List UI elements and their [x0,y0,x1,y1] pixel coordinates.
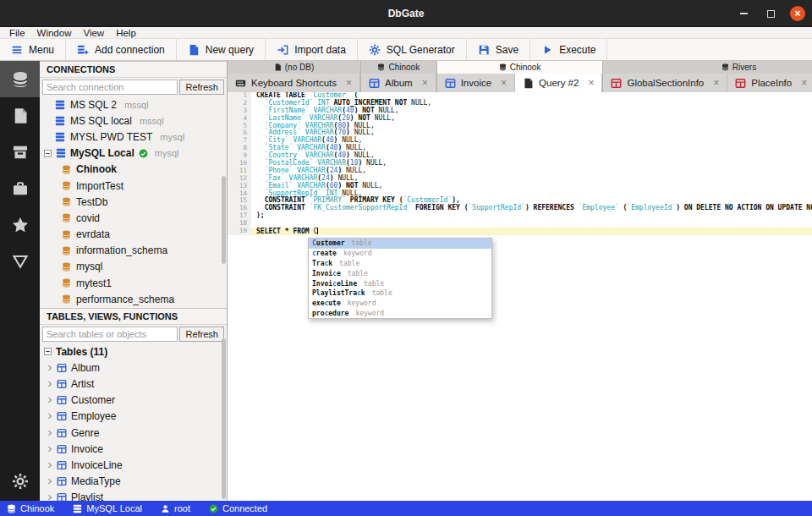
connections-scrollbar[interactable] [222,176,226,264]
gear-icon [12,473,29,490]
table-item[interactable]: Genre [40,425,227,441]
table-item[interactable]: Playlist [40,490,227,501]
autocomplete-item-type: table [364,280,384,288]
funnel-icon [12,253,29,270]
autocomplete-item[interactable]: createkeyword [309,249,491,259]
sidebar-icon-settings[interactable] [0,463,40,499]
tab-close-icon[interactable]: × [501,78,507,88]
tab-close-icon[interactable]: × [588,78,594,88]
table-item[interactable]: Invoice [40,441,227,457]
connection-item[interactable]: MySQL Localmysql [40,145,227,162]
database-item[interactable]: evrdata [40,227,227,243]
tab-group-header[interactable]: Rivers [603,61,812,74]
table-item[interactable]: MediaType [40,474,227,490]
database-name: ImportTest [76,180,123,192]
database-item[interactable]: mysql [40,259,227,275]
sidebar-icon-connections[interactable] [0,61,40,97]
tab-group-header[interactable]: Chinook [361,61,436,74]
statusbar-label: Chinook [20,503,54,513]
sidebar-icon-files[interactable] [0,97,40,134]
tab-invoice[interactable]: Invoice× [437,74,515,92]
sidebar-icon-query-history[interactable] [0,243,40,279]
autocomplete-item[interactable]: Tracktable [309,259,491,269]
database-item[interactable]: ImportTest [40,178,227,194]
close-button[interactable]: × [790,6,805,21]
sidebar-icon-plugins[interactable] [0,170,40,206]
tab-close-icon[interactable]: × [422,78,428,88]
table-item[interactable]: Album [40,360,227,376]
tab-album[interactable]: Album× [361,74,436,92]
objects-refresh-button[interactable]: Refresh [179,327,224,342]
tab-query-2[interactable]: Query #2× [515,74,602,92]
connection-search-input[interactable] [42,80,178,95]
autocomplete-item[interactable]: Customertable [309,239,491,249]
maximize-button[interactable] [763,6,778,21]
statusbar-server-item[interactable]: MySQL Local [73,503,142,513]
table-name: Playlist [71,491,103,501]
tab-globalsectioninfo[interactable]: GlobalSectionInfo× [603,74,727,92]
table-item[interactable]: Employee [40,409,227,425]
database-item[interactable]: mytest1 [40,275,227,291]
tab-placeinfo[interactable]: PlaceInfo× [727,74,812,92]
toolbar-button-save[interactable]: Save [467,39,530,60]
line-number: 6 [228,129,251,137]
table-name: Album [71,362,100,374]
statusbar-database-item[interactable]: Chinook [7,503,54,513]
table-item[interactable]: InvoiceLine [40,457,227,473]
menu-item-help[interactable]: Help [110,28,142,38]
autocomplete-item-type: keyword [355,310,384,317]
table-icon [57,379,67,389]
connection-item[interactable]: MS SQL localmssql [40,113,227,129]
toolbar-button-new-query[interactable]: New query [177,39,266,60]
tab-keyboard-shortcuts[interactable]: Keyboard Shortcuts× [228,74,360,92]
connection-item[interactable]: MYSL PWD TESTmysql [40,129,227,145]
sidebar-icon-favorites[interactable] [0,206,40,243]
connection-item[interactable]: MS SQL 2mssql [40,96,227,113]
database-item[interactable]: covid [40,210,227,226]
database-icon [377,63,385,71]
objects-search-input[interactable] [42,327,178,342]
database-item[interactable]: TestDb [40,194,227,210]
autocomplete-item[interactable]: procedurekeyword [309,309,491,319]
database-item[interactable]: information_schema [40,243,227,259]
window-titlebar[interactable]: DbGate × [0,0,812,27]
tab-group-header[interactable]: (no DB) [228,61,360,74]
chevron-right-icon [47,365,53,371]
autocomplete-item[interactable]: InvoiceLinetable [309,278,491,288]
autocomplete-item[interactable]: PlaylistTracktable [309,288,491,299]
connection-engine-label: mssql [140,116,164,126]
table-icon [57,444,67,454]
toolbar-button-sql-generator[interactable]: SQL Generator [358,39,467,60]
tab-close-icon[interactable]: × [801,78,807,88]
table-blue-icon [445,78,456,89]
tables-group-header[interactable]: Tables (11) [40,343,227,360]
menu-item-file[interactable]: File [3,28,31,38]
tab-close-icon[interactable]: × [346,78,352,88]
statusbar-person-item[interactable]: root [161,503,190,513]
tab-group-header[interactable]: Chinook [437,61,603,74]
connections-refresh-button[interactable]: Refresh [179,80,224,95]
database-name: evrdata [76,228,110,240]
table-item[interactable]: Customer [40,392,227,409]
statusbar-check-item[interactable]: Connected [209,503,267,513]
minimize-button[interactable] [736,6,751,21]
objects-scrollbar[interactable] [222,338,226,499]
menu-item-view[interactable]: View [77,28,110,38]
toolbar-button-menu[interactable]: Menu [0,39,66,60]
database-name: mysql [76,261,102,272]
sidebar-icon-archive[interactable] [0,134,40,170]
autocomplete-item[interactable]: Invoicetable [309,268,491,278]
toolbar-button-add-connection[interactable]: Add connection [66,39,177,60]
table-item[interactable]: Artist [40,376,227,392]
table-icon [57,428,67,438]
tab-close-icon[interactable]: × [713,78,719,88]
menu-item-window[interactable]: Window [31,28,78,38]
database-icon [62,294,71,304]
sql-editor[interactable]: 1CREATE TABLE `Customer` (2 `CustomerId`… [228,92,812,501]
autocomplete-item[interactable]: executekeyword [309,299,491,309]
toolbar-button-import-data[interactable]: Import data [266,39,358,60]
code-text: ); [251,212,812,220]
database-item[interactable]: Chinook [40,162,227,178]
toolbar-button-execute[interactable]: Execute [530,39,607,60]
database-item[interactable]: performance_schema [40,291,227,307]
